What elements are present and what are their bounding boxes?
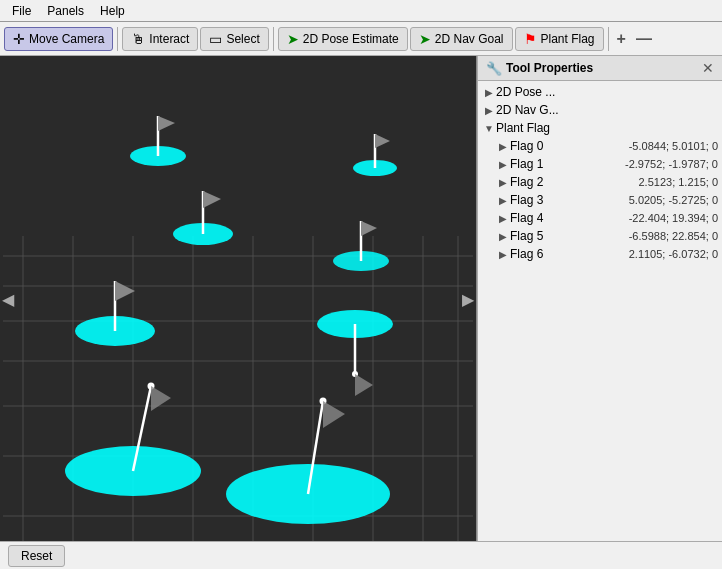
menubar: File Panels Help — [0, 0, 722, 22]
interact-label: Interact — [149, 32, 189, 46]
select-button[interactable]: ▭ Select — [200, 27, 268, 51]
tool-panel-close-button[interactable]: ✕ — [702, 60, 714, 76]
tree-value-flag3: 5.0205; -5.2725; 0 — [629, 194, 718, 206]
tree-arrow-flag6: ▶ — [496, 249, 510, 260]
plant-flag-icon: ⚑ — [524, 31, 537, 47]
tree-arrow-flag4: ▶ — [496, 213, 510, 224]
plant-flag-button[interactable]: ⚑ Plant Flag — [515, 27, 604, 51]
nav-goal-icon: ➤ — [419, 31, 431, 47]
tool-panel-icon: 🔧 — [486, 61, 502, 76]
toolbar-separator-3 — [608, 27, 609, 51]
main-content: ◀ ▶ — [0, 56, 722, 541]
tree-label-flag6: Flag 6 — [510, 247, 629, 261]
move-camera-icon: ✛ — [13, 31, 25, 47]
interact-icon: 🖱 — [131, 31, 145, 47]
select-icon: ▭ — [209, 31, 222, 47]
interact-button[interactable]: 🖱 Interact — [122, 27, 198, 51]
nav-goal-label: 2D Nav Goal — [435, 32, 504, 46]
toolbar-separator-1 — [117, 27, 118, 51]
nav-goal-button[interactable]: ➤ 2D Nav Goal — [410, 27, 513, 51]
tool-tree: ▶ 2D Pose ... ▶ 2D Nav G... ▼ Plant Flag… — [478, 81, 722, 541]
tree-label-flag0: Flag 0 — [510, 139, 629, 153]
tree-label-flag1: Flag 1 — [510, 157, 625, 171]
tree-label-pose: 2D Pose ... — [496, 85, 718, 99]
move-camera-label: Move Camera — [29, 32, 104, 46]
tree-arrow-flag5: ▶ — [496, 231, 510, 242]
tree-item-flag6[interactable]: ▶ Flag 6 2.1105; -6.0732; 0 — [478, 245, 722, 263]
tool-properties-panel: 🔧 Tool Properties ✕ ▶ 2D Pose ... ▶ 2D N… — [477, 56, 722, 541]
tree-value-flag1: -2.9752; -1.9787; 0 — [625, 158, 718, 170]
scroll-left-arrow[interactable]: ◀ — [2, 289, 14, 308]
tree-item-flag3[interactable]: ▶ Flag 3 5.0205; -5.2725; 0 — [478, 191, 722, 209]
menu-file[interactable]: File — [4, 2, 39, 20]
remove-button[interactable]: — — [632, 30, 656, 48]
add-button[interactable]: + — [613, 30, 630, 48]
tree-arrow-plant-flag: ▼ — [482, 123, 496, 134]
tree-item-plant-flag[interactable]: ▼ Plant Flag — [478, 119, 722, 137]
tree-item-nav[interactable]: ▶ 2D Nav G... — [478, 101, 722, 119]
tree-arrow-flag1: ▶ — [496, 159, 510, 170]
menu-panels[interactable]: Panels — [39, 2, 92, 20]
reset-button[interactable]: Reset — [8, 545, 65, 567]
tree-item-flag4[interactable]: ▶ Flag 4 -22.404; 19.394; 0 — [478, 209, 722, 227]
plant-flag-label: Plant Flag — [541, 32, 595, 46]
tool-panel-title: 🔧 Tool Properties — [486, 61, 593, 76]
pose-estimate-button[interactable]: ➤ 2D Pose Estimate — [278, 27, 408, 51]
pose-estimate-label: 2D Pose Estimate — [303, 32, 399, 46]
viewport[interactable]: ◀ ▶ — [0, 56, 477, 541]
tree-item-pose[interactable]: ▶ 2D Pose ... — [478, 83, 722, 101]
tree-value-flag0: -5.0844; 5.0101; 0 — [629, 140, 718, 152]
tree-item-flag2[interactable]: ▶ Flag 2 2.5123; 1.215; 0 — [478, 173, 722, 191]
tree-value-flag6: 2.1105; -6.0732; 0 — [629, 248, 718, 260]
toolbar-separator-2 — [273, 27, 274, 51]
tree-item-flag1[interactable]: ▶ Flag 1 -2.9752; -1.9787; 0 — [478, 155, 722, 173]
tree-value-flag4: -22.404; 19.394; 0 — [629, 212, 718, 224]
pose-estimate-icon: ➤ — [287, 31, 299, 47]
viewport-canvas — [0, 56, 476, 541]
statusbar: Reset — [0, 541, 722, 569]
select-label: Select — [226, 32, 259, 46]
tree-arrow-flag0: ▶ — [496, 141, 510, 152]
tree-label-plant-flag: Plant Flag — [496, 121, 718, 135]
tree-item-flag5[interactable]: ▶ Flag 5 -6.5988; 22.854; 0 — [478, 227, 722, 245]
move-camera-button[interactable]: ✛ Move Camera — [4, 27, 113, 51]
tree-arrow-nav: ▶ — [482, 105, 496, 116]
menu-help[interactable]: Help — [92, 2, 133, 20]
tree-arrow-pose: ▶ — [482, 87, 496, 98]
tree-label-flag2: Flag 2 — [510, 175, 638, 189]
tree-item-flag0[interactable]: ▶ Flag 0 -5.0844; 5.0101; 0 — [478, 137, 722, 155]
tree-label-flag4: Flag 4 — [510, 211, 629, 225]
tree-label-flag3: Flag 3 — [510, 193, 629, 207]
tree-value-flag5: -6.5988; 22.854; 0 — [629, 230, 718, 242]
tree-arrow-flag2: ▶ — [496, 177, 510, 188]
tree-label-nav: 2D Nav G... — [496, 103, 718, 117]
tree-label-flag5: Flag 5 — [510, 229, 629, 243]
tree-arrow-flag3: ▶ — [496, 195, 510, 206]
tree-value-flag2: 2.5123; 1.215; 0 — [638, 176, 718, 188]
scroll-right-arrow[interactable]: ▶ — [462, 289, 474, 308]
tool-panel-title-text: Tool Properties — [506, 61, 593, 75]
toolbar: ✛ Move Camera 🖱 Interact ▭ Select ➤ 2D P… — [0, 22, 722, 56]
tool-panel-header: 🔧 Tool Properties ✕ — [478, 56, 722, 81]
